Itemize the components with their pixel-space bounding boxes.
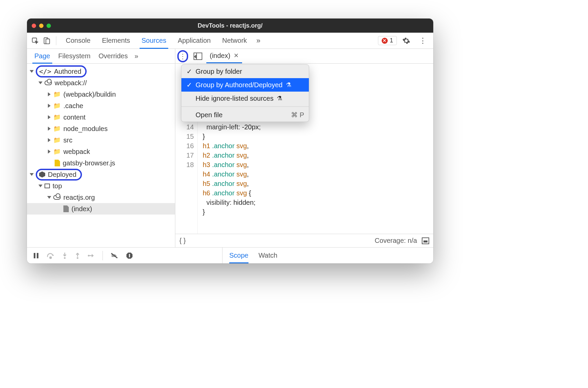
authored-icon: </> — [39, 67, 51, 75]
tab-application[interactable]: Application — [173, 33, 215, 48]
deactivate-breakpoints-icon[interactable] — [110, 252, 118, 259]
tab-label: Scope — [229, 252, 248, 259]
tree-domain-reactjs[interactable]: reactjs.org — [27, 192, 175, 203]
step-icon[interactable] — [88, 253, 95, 259]
subtab-label: Overrides — [98, 52, 128, 60]
menu-open-file[interactable]: Open file ⌘ P — [181, 108, 309, 122]
menu-label: Hide ignore-listed sources — [196, 95, 273, 102]
tab-watch[interactable]: Watch — [259, 252, 277, 259]
tab-console[interactable]: Console — [61, 33, 95, 48]
tree-frame-top[interactable]: top — [27, 180, 175, 192]
tree-file-index[interactable]: (index) — [27, 203, 175, 215]
deployed-pill: Deployed — [36, 169, 82, 181]
deployed-icon — [39, 171, 45, 177]
svg-rect-4 — [37, 253, 38, 258]
expand-toggle-icon[interactable] — [48, 92, 51, 96]
tab-network[interactable]: Network — [217, 33, 252, 48]
tab-elements[interactable]: Elements — [97, 33, 135, 48]
minimize-window-button[interactable] — [39, 24, 43, 28]
tree-label: node_modules — [63, 125, 108, 133]
settings-gear-icon[interactable] — [399, 37, 414, 45]
experiment-flask-icon: ⚗ — [277, 95, 282, 102]
menu-group-by-authored[interactable]: ✓ Group by Authored/Deployed ⚗ — [181, 78, 309, 92]
pretty-print-icon[interactable]: { } — [179, 237, 186, 245]
coverage-status: Coverage: n/a — [375, 237, 417, 245]
tree-group-authored[interactable]: </> Authored — [27, 66, 175, 77]
inspect-element-icon[interactable] — [30, 36, 40, 45]
debugger-sidebar-tabs: Scope Watch — [223, 248, 433, 263]
tree-domain-webpack[interactable]: webpack:// — [27, 77, 175, 89]
tree-folder[interactable]: 📁node_modules — [27, 123, 175, 134]
menu-label: Group by folder — [196, 68, 242, 75]
more-options-icon[interactable]: ⋮ — [416, 36, 430, 45]
editor-tabbar: ⋮ (index) ✕ — [175, 49, 245, 63]
tree-label: gatsby-browser.js — [63, 159, 115, 167]
tab-scope[interactable]: Scope — [229, 252, 248, 259]
menu-group-by-folder[interactable]: ✓ Group by folder — [181, 65, 309, 78]
tree-label: webpack:// — [55, 79, 87, 87]
folder-icon: 📁 — [53, 114, 61, 121]
pause-on-exceptions-icon[interactable] — [126, 252, 133, 259]
more-tabs-icon[interactable]: » — [254, 36, 263, 45]
expand-toggle-icon[interactable] — [47, 196, 51, 199]
error-counter[interactable]: ✕ 1 — [378, 36, 397, 45]
bottom-toolbar: Scope Watch — [27, 247, 433, 263]
expand-toggle-icon[interactable] — [38, 82, 42, 84]
dock-side-icon[interactable] — [422, 237, 429, 244]
step-over-icon[interactable] — [47, 252, 55, 259]
pause-icon[interactable] — [33, 252, 39, 259]
tree-folder[interactable]: 📁(webpack)/buildin — [27, 89, 175, 100]
traffic-lights — [32, 24, 51, 28]
menu-label: Open file — [196, 111, 223, 119]
expand-toggle-icon[interactable] — [48, 104, 51, 108]
expand-toggle-icon[interactable] — [48, 138, 51, 142]
cloud-icon — [45, 80, 52, 85]
tree-label: content — [63, 114, 86, 121]
tree-folder[interactable]: 📁content — [27, 111, 175, 123]
expand-toggle-icon[interactable] — [48, 115, 51, 119]
svg-rect-2 — [46, 39, 50, 44]
close-tab-icon[interactable]: ✕ — [234, 52, 239, 59]
close-window-button[interactable] — [32, 24, 36, 28]
expand-toggle-icon[interactable] — [30, 70, 34, 73]
tab-sources[interactable]: Sources — [137, 33, 171, 48]
subtab-page[interactable]: Page — [30, 49, 54, 63]
subtab-filesystem[interactable]: Filesystem — [54, 49, 95, 63]
tree-label: webpack — [63, 148, 90, 156]
menu-label: Group by Authored/Deployed — [196, 81, 283, 89]
tree-group-deployed[interactable]: Deployed — [27, 169, 175, 180]
svg-point-6 — [64, 257, 66, 259]
authored-pill: </> Authored — [36, 65, 87, 77]
tab-label: Application — [178, 37, 211, 44]
expand-toggle-icon[interactable] — [48, 127, 51, 131]
tree-label: reactjs.org — [63, 194, 95, 201]
expand-toggle-icon[interactable] — [48, 150, 51, 154]
toggle-navigator-icon[interactable] — [194, 53, 202, 60]
open-file-tab[interactable]: (index) ✕ — [206, 49, 242, 63]
cloud-icon — [53, 195, 61, 200]
zoom-window-button[interactable] — [47, 24, 51, 28]
tree-label: (webpack)/buildin — [63, 91, 116, 98]
error-count: 1 — [390, 37, 393, 44]
step-into-icon[interactable] — [62, 252, 67, 259]
tree-folder[interactable]: 📁src — [27, 134, 175, 146]
navigator-options-button[interactable]: ⋮ — [177, 50, 188, 62]
menu-hide-ignore-listed[interactable]: Hide ignore-listed sources ⚗ — [181, 92, 309, 105]
expand-toggle-icon[interactable] — [30, 173, 34, 176]
tree-file[interactable]: gatsby-browser.js — [27, 157, 175, 169]
js-file-icon — [55, 160, 60, 166]
tree-folder[interactable]: 📁.cache — [27, 100, 175, 111]
error-icon: ✕ — [382, 38, 388, 44]
separator — [102, 251, 103, 260]
tree-folder[interactable]: 📁webpack — [27, 146, 175, 157]
subtab-overrides[interactable]: Overrides — [94, 49, 132, 63]
subtab-label: Page — [34, 52, 50, 60]
device-toolbar-icon[interactable] — [42, 36, 51, 45]
devtools-window: DevTools - reactjs.org/ Console Elements… — [27, 19, 433, 263]
tab-label: Network — [222, 37, 247, 44]
tree-label: top — [53, 182, 62, 190]
checkmark-icon: ✓ — [186, 67, 192, 75]
more-subtabs-icon[interactable]: » — [132, 52, 141, 60]
expand-toggle-icon[interactable] — [38, 185, 42, 187]
step-out-icon[interactable] — [75, 252, 80, 259]
